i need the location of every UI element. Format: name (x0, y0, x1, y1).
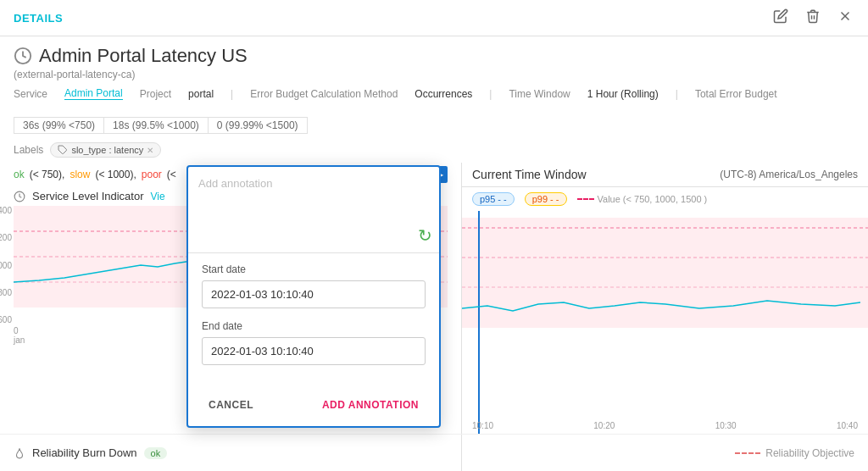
dialog-overlay: ↻ Start date End date CANCEL ADD ANNOTAT… (0, 0, 868, 471)
refresh-icon[interactable]: ↻ (418, 225, 432, 246)
start-date-label: Start date (202, 263, 426, 275)
add-annotation-button[interactable]: ADD ANNOTATION (315, 394, 426, 416)
annotation-textarea-wrapper: ↻ (188, 167, 439, 252)
annotation-dialog: ↻ Start date End date CANCEL ADD ANNOTAT… (186, 165, 441, 428)
dialog-actions: CANCEL ADD ANNOTATION (188, 387, 439, 426)
cancel-button[interactable]: CANCEL (202, 394, 260, 416)
start-date-group: Start date (202, 263, 426, 308)
annotation-textarea[interactable] (192, 170, 436, 247)
end-date-group: End date (202, 320, 426, 365)
end-date-label: End date (202, 320, 426, 332)
end-date-input[interactable] (202, 337, 426, 365)
dialog-body: Start date End date (188, 253, 439, 387)
start-date-input[interactable] (202, 280, 426, 308)
